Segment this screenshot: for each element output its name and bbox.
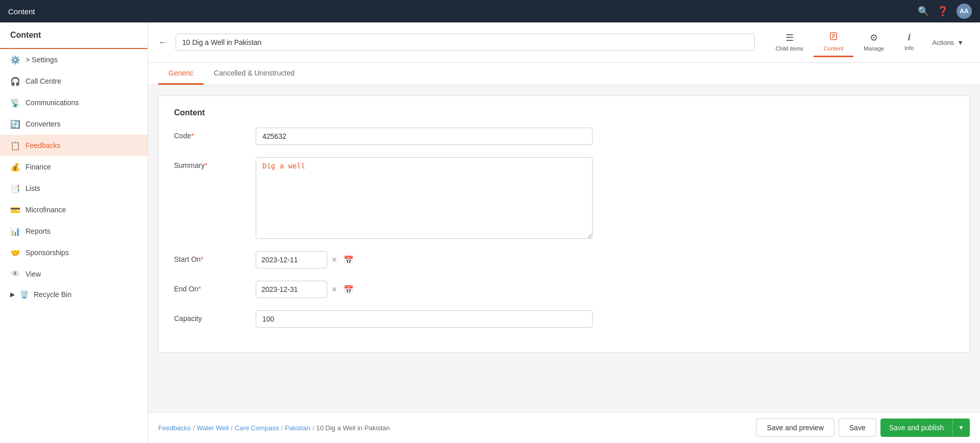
content-area: ← ☰ Child items Content ⚙ Manage bbox=[148, 22, 980, 443]
toolbar-actions[interactable]: Actions ▼ bbox=[924, 28, 972, 57]
sidebar-item-label: Lists bbox=[26, 184, 40, 192]
communications-icon: 📡 bbox=[10, 97, 20, 108]
sidebar-item-communications[interactable]: 📡 Communications bbox=[0, 92, 148, 113]
form-row-code: Code* bbox=[174, 128, 954, 145]
sidebar-item-label: Converters bbox=[26, 120, 60, 128]
breadcrumb-sep-3: / bbox=[281, 424, 283, 432]
top-toolbar: ☰ Child items Content ⚙ Manage i Info bbox=[765, 28, 972, 57]
toolbar-child-items-label: Child items bbox=[775, 45, 803, 52]
save-publish-button[interactable]: Save and publish bbox=[880, 419, 952, 437]
toolbar-content[interactable]: Content bbox=[814, 28, 854, 57]
breadcrumb-sep-4: / bbox=[312, 424, 314, 432]
form-row-start-on: Start On* ✕ 📅 bbox=[174, 251, 954, 268]
page-title-input[interactable] bbox=[176, 34, 755, 51]
code-input[interactable] bbox=[256, 128, 593, 145]
form-section-title: Content bbox=[174, 108, 954, 117]
sponsorships-icon: 🤝 bbox=[10, 248, 20, 258]
sidebar-item-lists[interactable]: 📑 Lists bbox=[0, 178, 148, 199]
tab-generic-label: Generic bbox=[168, 69, 193, 77]
main-layout: Content ⚙️ > Settings 🎧 Call Centre 📡 Co… bbox=[0, 22, 980, 443]
start-on-calendar-icon[interactable]: 📅 bbox=[341, 253, 356, 267]
end-on-clear-icon[interactable]: ✕ bbox=[329, 283, 339, 296]
microfinance-icon: 💳 bbox=[10, 205, 20, 215]
sidebar-item-sponsorships[interactable]: 🤝 Sponsorships bbox=[0, 242, 148, 263]
actions-chevron-icon: ▼ bbox=[957, 39, 964, 46]
call-centre-icon: 🎧 bbox=[10, 76, 20, 86]
sidebar-item-label: View bbox=[26, 270, 41, 278]
back-button[interactable]: ← bbox=[156, 35, 169, 50]
start-required: * bbox=[201, 255, 203, 263]
avatar[interactable]: AA bbox=[957, 4, 972, 19]
view-icon: 👁 bbox=[10, 269, 20, 279]
sidebar-item-label: Finance bbox=[26, 163, 51, 171]
search-icon[interactable]: 🔍 bbox=[918, 6, 929, 17]
sidebar-item-reports[interactable]: 📊 Reports bbox=[0, 220, 148, 242]
save-publish-split: Save and publish ▼ bbox=[880, 419, 970, 437]
summary-required: * bbox=[205, 161, 207, 169]
child-items-icon: ☰ bbox=[786, 32, 794, 43]
feedbacks-icon: 📋 bbox=[10, 140, 20, 151]
tab-cancelled[interactable]: Cancelled & Uninstructed bbox=[204, 63, 305, 85]
start-on-input[interactable] bbox=[256, 251, 327, 268]
sidebar-item-label: Reports bbox=[26, 227, 51, 235]
tab-generic[interactable]: Generic bbox=[158, 63, 204, 85]
sidebar-item-label: Recycle Bin bbox=[34, 290, 71, 299]
save-button[interactable]: Save bbox=[839, 419, 876, 437]
breadcrumb-sep-2: / bbox=[231, 424, 233, 432]
content-header: ← ☰ Child items Content ⚙ Manage bbox=[148, 22, 980, 63]
sidebar-item-settings[interactable]: ⚙️ > Settings bbox=[0, 49, 148, 70]
sidebar-item-finance[interactable]: 💰 Finance bbox=[0, 156, 148, 178]
manage-icon: ⚙ bbox=[870, 32, 878, 43]
start-on-input-group: ✕ 📅 bbox=[256, 251, 356, 268]
finance-icon: 💰 bbox=[10, 162, 20, 172]
sidebar-item-microfinance[interactable]: 💳 Microfinance bbox=[0, 199, 148, 220]
end-on-label: End On* bbox=[174, 281, 246, 293]
toolbar-child-items[interactable]: ☰ Child items bbox=[765, 28, 813, 57]
breadcrumb: Feedbacks / Water Well / Care Compass / … bbox=[158, 424, 390, 432]
trash-icon: 🗑️ bbox=[20, 290, 29, 299]
end-on-input-group: ✕ 📅 bbox=[256, 281, 356, 298]
footer-actions: Save and preview Save Save and publish ▼ bbox=[756, 419, 970, 437]
save-preview-button[interactable]: Save and preview bbox=[756, 419, 834, 437]
sidebar-item-label: Sponsorships bbox=[26, 249, 69, 257]
sidebar-item-feedbacks[interactable]: 📋 Feedbacks bbox=[0, 135, 148, 156]
tab-cancelled-label: Cancelled & Uninstructed bbox=[214, 69, 295, 77]
sidebar-item-label: Call Centre bbox=[26, 77, 61, 85]
toolbar-info-label: Info bbox=[904, 45, 914, 51]
breadcrumb-sep-1: / bbox=[193, 424, 195, 432]
sidebar-item-view[interactable]: 👁 View bbox=[0, 263, 148, 285]
sidebar-item-recycle-bin[interactable]: ▶ 🗑️ Recycle Bin bbox=[0, 285, 148, 304]
form-row-capacity: Capacity bbox=[174, 310, 954, 328]
capacity-input[interactable] bbox=[256, 310, 593, 328]
app-title: Content bbox=[8, 7, 35, 16]
reports-icon: 📊 bbox=[10, 226, 20, 236]
breadcrumb-feedbacks[interactable]: Feedbacks bbox=[158, 424, 191, 432]
sidebar-item-converters[interactable]: 🔄 Converters bbox=[0, 113, 148, 135]
toolbar-actions-label: Actions bbox=[932, 39, 954, 46]
footer-bar: Feedbacks / Water Well / Care Compass / … bbox=[148, 412, 980, 443]
sidebar-item-call-centre[interactable]: 🎧 Call Centre bbox=[0, 70, 148, 92]
end-on-input[interactable] bbox=[256, 281, 327, 298]
sidebar-item-label: Communications bbox=[26, 99, 79, 107]
top-bar-icons: 🔍 ❓ AA bbox=[918, 4, 972, 19]
breadcrumb-water-well[interactable]: Water Well bbox=[197, 424, 229, 432]
capacity-label: Capacity bbox=[174, 310, 246, 323]
converters-icon: 🔄 bbox=[10, 119, 20, 129]
toolbar-manage[interactable]: ⚙ Manage bbox=[853, 28, 894, 57]
end-required: * bbox=[198, 285, 201, 293]
toolbar-info[interactable]: i Info bbox=[894, 28, 924, 57]
breadcrumb-pakistan[interactable]: Pakistan bbox=[285, 424, 310, 432]
help-icon[interactable]: ❓ bbox=[937, 6, 948, 17]
summary-textarea[interactable]: Dig a well bbox=[256, 157, 593, 239]
breadcrumb-care-compass[interactable]: Care Compass bbox=[235, 424, 279, 432]
start-on-clear-icon[interactable]: ✕ bbox=[329, 254, 339, 266]
save-publish-dropdown[interactable]: ▼ bbox=[952, 419, 970, 437]
settings-icon: ⚙️ bbox=[10, 55, 20, 65]
form-row-end-on: End On* ✕ 📅 bbox=[174, 281, 954, 298]
sidebar-item-label: > Settings bbox=[26, 56, 58, 64]
code-label: Code* bbox=[174, 128, 246, 140]
info-icon: i bbox=[908, 32, 911, 43]
form-card: Content Code* Summary* Dig a well bbox=[158, 95, 970, 353]
sidebar-item-label: Microfinance bbox=[26, 206, 66, 214]
end-on-calendar-icon[interactable]: 📅 bbox=[341, 283, 356, 297]
